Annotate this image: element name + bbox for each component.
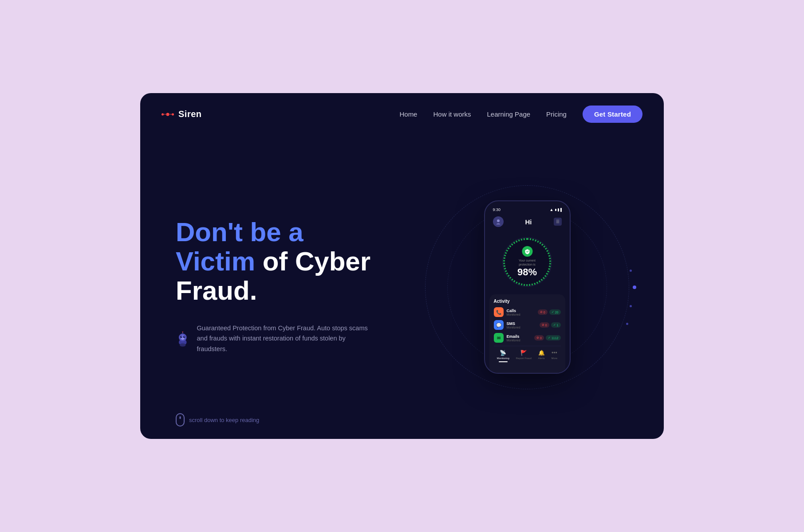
- report-icon: 🚩: [520, 350, 527, 356]
- activity-section: Activity 📞 Calls Monitored ⊘ 0 ✓ 20: [489, 294, 565, 373]
- protection-section: Your current protection is 98%: [489, 230, 565, 293]
- sms-sub: Monitored: [507, 326, 540, 329]
- ring-dot-1: [630, 270, 632, 272]
- nav-link-how-it-works[interactable]: How it works: [433, 110, 471, 118]
- hero-title-fraud: Fraud.: [176, 276, 257, 305]
- email-label: Emails Monitored: [507, 334, 535, 342]
- phone-bottom-nav: 📡 Monitoring 🚩 Report Fraud 🔔 Alerts: [494, 346, 561, 367]
- phone-status-bar: 9:30 ▲: [489, 206, 565, 214]
- phone-greeting: Hi: [525, 218, 532, 226]
- shield-icon: [522, 246, 532, 257]
- alerts-icon: 🔔: [538, 350, 545, 356]
- active-indicator: [499, 361, 508, 362]
- svg-point-1: [179, 333, 187, 341]
- ring-dot-right: [633, 286, 636, 289]
- email-icon: ✉: [494, 333, 504, 343]
- app-window: Siren Home How it works Learning Page Pr…: [140, 93, 664, 439]
- protection-percentage: 98%: [513, 266, 542, 278]
- calls-badge-red: ⊘ 0: [538, 309, 548, 315]
- bottom-nav-more[interactable]: ••• More: [551, 350, 557, 362]
- hero-title-cyber: of Cyber: [263, 246, 370, 276]
- sms-icon: 💬: [494, 320, 504, 330]
- scroll-hint: scroll down to keep reading: [176, 413, 259, 426]
- phone-time: 9:30: [493, 207, 501, 212]
- email-badges: ⊘ 0 ✓ 1112: [534, 335, 560, 340]
- hero-title: Don't be a Victim of Cyber Fraud.: [176, 218, 371, 305]
- activity-title: Activity: [494, 299, 561, 304]
- signal-bar-3: [560, 208, 562, 212]
- activity-item-sms: 💬 SMS Monitored ⊘ 0 ✓ 1: [494, 320, 561, 330]
- sms-badge-red: ⊘ 0: [540, 322, 549, 328]
- hero-title-victim: Victim: [176, 246, 255, 276]
- scroll-text: scroll down to keep reading: [189, 417, 259, 423]
- phone-signal: ▲: [550, 207, 562, 212]
- nav-links: Home How it works Learning Page Pricing …: [399, 106, 642, 123]
- calls-name: Calls: [507, 309, 538, 313]
- more-icon: •••: [552, 350, 557, 356]
- signal-bar-2: [558, 208, 559, 211]
- svg-point-4: [181, 336, 182, 337]
- ring-dot-3: [626, 323, 628, 325]
- hero-description: Guaranteed Protection from Cyber Fraud. …: [197, 321, 371, 355]
- sms-label: SMS Monitored: [507, 321, 540, 329]
- calls-icon: 📞: [494, 307, 504, 317]
- svg-point-7: [182, 331, 183, 332]
- logo-text: Siren: [178, 109, 202, 119]
- logo[interactable]: Siren: [162, 109, 202, 119]
- bottom-nav-alerts[interactable]: 🔔 Alerts: [538, 350, 544, 362]
- calls-badges: ⊘ 0 ✓ 20: [538, 309, 561, 315]
- menu-icon: ☰: [554, 218, 562, 226]
- svg-rect-9: [180, 344, 185, 346]
- avatar-icon: [495, 219, 501, 225]
- email-badge-red: ⊘ 0: [534, 335, 544, 340]
- phone-mockup-area: 9:30 ▲ Hi: [412, 159, 642, 416]
- svg-point-5: [184, 336, 185, 337]
- sms-badge-green: ✓ 1: [551, 322, 561, 328]
- robot-illustration: [176, 321, 190, 357]
- phone-header: Hi ☰: [489, 214, 565, 230]
- ring-dot-2: [630, 305, 632, 307]
- calls-sub: Monitored: [507, 313, 538, 316]
- monitoring-icon: 📡: [500, 350, 506, 356]
- nav-link-pricing[interactable]: Pricing: [546, 110, 567, 118]
- bottom-nav-report[interactable]: 🚩 Report Fraud: [516, 350, 531, 362]
- activity-item-emails: ✉ Emails Monitored ⊘ 0 ✓ 1112: [494, 333, 561, 343]
- activity-item-calls: 📞 Calls Monitored ⊘ 0 ✓ 20: [494, 307, 561, 317]
- phone-avatar: [493, 216, 504, 227]
- calls-badge-green: ✓ 20: [549, 309, 561, 315]
- scroll-mouse-icon: [176, 413, 185, 426]
- get-started-button[interactable]: Get Started: [583, 106, 642, 123]
- email-sub: Monitored: [507, 339, 535, 342]
- sms-badges: ⊘ 0 ✓ 1: [540, 322, 561, 328]
- email-name: Emails: [507, 334, 535, 339]
- logo-icon: [162, 110, 174, 118]
- sms-name: SMS: [507, 321, 540, 326]
- nav-link-learning-page[interactable]: Learning Page: [487, 110, 530, 118]
- hero-title-line1: Don't be a: [176, 217, 303, 247]
- phone-device: 9:30 ▲ Hi: [484, 200, 571, 374]
- hero-content: Don't be a Victim of Cyber Fraud.: [176, 218, 371, 357]
- navbar: Siren Home How it works Learning Page Pr…: [140, 93, 664, 135]
- hero-description-block: Guaranteed Protection from Cyber Fraud. …: [176, 321, 371, 357]
- email-badge-green: ✓ 1112: [546, 335, 561, 340]
- svg-point-10: [497, 219, 500, 222]
- shield-svg: [524, 248, 530, 254]
- signal-bar-1: [555, 209, 556, 211]
- protection-circle: Your current protection is 98%: [498, 233, 556, 291]
- wifi-icon: ▲: [550, 207, 554, 212]
- protection-inner: Your current protection is 98%: [513, 246, 542, 278]
- protection-label-text: Your current protection is: [513, 258, 542, 266]
- nav-link-home[interactable]: Home: [399, 110, 417, 118]
- scroll-dot: [180, 416, 181, 419]
- calls-label: Calls Monitored: [507, 309, 538, 316]
- hero-section: Don't be a Victim of Cyber Fraud.: [140, 135, 664, 439]
- bottom-nav-monitoring[interactable]: 📡 Monitoring: [497, 350, 509, 362]
